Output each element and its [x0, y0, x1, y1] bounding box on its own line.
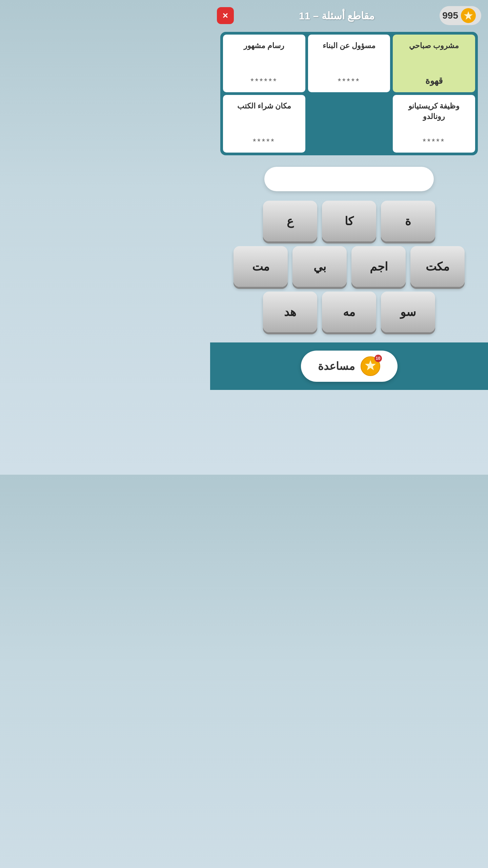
grid-cell-1[interactable]: مشروب صباحي قهوة: [393, 35, 475, 92]
cell-5-question: مكان شراء الكتب: [237, 101, 291, 112]
letter-btn-6[interactable]: بي: [292, 246, 347, 287]
answer-input[interactable]: [264, 167, 434, 191]
close-button[interactable]: ×: [217, 7, 234, 24]
help-area: 10 مساعدة: [210, 342, 488, 390]
answer-input-area: [264, 167, 434, 191]
letter-btn-5[interactable]: اجم: [351, 246, 406, 287]
letter-btn-2[interactable]: كا: [322, 201, 376, 241]
cell-2-stars: *****: [338, 77, 361, 86]
help-coin-container: 10: [360, 356, 381, 376]
coin-score-container: 995: [440, 6, 481, 25]
cell-3-stars: ******: [250, 77, 278, 86]
grid-cell-2[interactable]: مسؤول عن البناء *****: [308, 35, 390, 92]
grid-cell-empty: [308, 95, 390, 153]
help-button[interactable]: 10 مساعدة: [301, 351, 398, 382]
letters-area: ة كا ع مكت اجم بي مت سو مه هد: [220, 201, 478, 332]
letter-btn-8[interactable]: سو: [381, 292, 435, 332]
grid-cell-4[interactable]: وظيفة كريستيانو رونالدو *****: [393, 95, 475, 153]
cell-5-stars: *****: [253, 137, 276, 146]
header: 995 مقاطع أسئلة – 11 ×: [210, 0, 488, 28]
help-badge: 10: [374, 355, 382, 362]
grid-container: مشروب صباحي قهوة مسؤول عن البناء ***** ر…: [220, 32, 478, 155]
letter-row-3: سو مه هد: [220, 292, 478, 332]
letter-btn-9[interactable]: مه: [322, 292, 376, 332]
cell-1-question: مشروب صباحي: [409, 41, 459, 51]
cell-2-question: مسؤول عن البناء: [323, 41, 375, 51]
close-icon: ×: [223, 11, 228, 20]
grid-cell-5[interactable]: مكان شراء الكتب *****: [223, 95, 305, 153]
cell-4-question: وظيفة كريستيانو رونالدو: [397, 101, 471, 122]
letter-btn-1[interactable]: ة: [381, 201, 435, 241]
letter-row-2: مكت اجم بي مت: [220, 246, 478, 287]
letter-btn-4[interactable]: مكت: [410, 246, 465, 287]
letter-btn-10[interactable]: هد: [263, 292, 317, 332]
cell-3-question: رسام مشهور: [244, 41, 284, 51]
letter-btn-3[interactable]: ع: [263, 201, 317, 241]
cell-1-answer: قهوة: [425, 76, 443, 86]
grid-cell-3[interactable]: رسام مشهور ******: [223, 35, 305, 92]
score-value: 995: [442, 10, 458, 21]
coin-icon: [461, 8, 476, 23]
help-label: مساعدة: [318, 360, 355, 373]
cell-4-stars: *****: [423, 137, 445, 146]
page-title: مقاطع أسئلة – 11: [299, 10, 374, 22]
letter-btn-7[interactable]: مت: [233, 246, 288, 287]
letter-row-1: ة كا ع: [220, 201, 478, 241]
